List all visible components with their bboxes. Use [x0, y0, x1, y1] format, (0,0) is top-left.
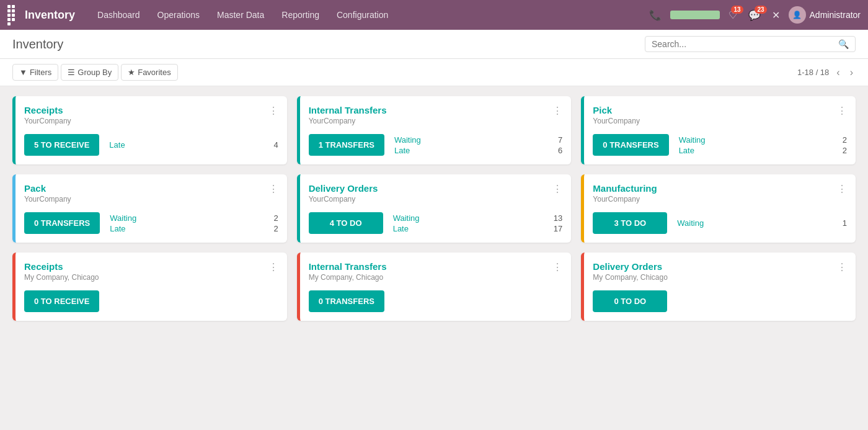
card-subtitle: YourCompany	[24, 195, 71, 204]
card-menu-icon[interactable]: ⋮	[268, 105, 278, 117]
progress-bar	[670, 11, 720, 19]
card-title-group: Receipts My Company, Chicago	[24, 261, 99, 282]
grid-icon[interactable]	[7, 5, 19, 25]
groupby-button[interactable]: ☰ Group By	[61, 64, 118, 81]
card-header: Internal Transfers YourCompany ⋮	[300, 96, 572, 129]
card-title: Receipts	[24, 261, 99, 272]
card-action-button[interactable]: 3 TO DO	[593, 212, 667, 234]
card-body: 0 TO RECEIVE	[16, 285, 287, 321]
card-menu-icon[interactable]: ⋮	[552, 261, 562, 273]
stat-value: 2	[273, 224, 278, 233]
groupby-label: Group By	[78, 68, 112, 77]
card-title: Internal Transfers	[309, 261, 387, 272]
kanban-card-pack-yourcompany: Pack YourCompany ⋮ 0 TRANSFERS Waiting 2…	[12, 174, 287, 243]
filters-label: Filters	[30, 68, 51, 77]
card-stats: Waiting 7 Late 6	[394, 135, 562, 155]
card-menu-icon[interactable]: ⋮	[268, 261, 278, 273]
stat-label: Late	[393, 224, 409, 233]
menu-master-data[interactable]: Master Data	[210, 6, 272, 24]
card-stats: Late 4	[109, 140, 278, 150]
card-title: Delivery Orders	[593, 261, 668, 272]
card-header: Receipts YourCompany ⋮	[16, 96, 287, 129]
card-title: Internal Transfers	[309, 105, 387, 115]
card-body: 4 TO DO Waiting 13 Late 17	[300, 207, 572, 243]
toolbar-filters: ▼ Filters ☰ Group By ★ Favorites	[12, 64, 178, 81]
groupby-icon: ☰	[68, 68, 75, 77]
card-body: 0 TRANSFERS Waiting 2 Late 2	[584, 129, 856, 164]
activity-badge-btn[interactable]: 💬 23	[746, 9, 763, 21]
card-title: Delivery Orders	[309, 183, 378, 194]
stat-label: Waiting	[393, 213, 420, 223]
card-title-group: Manufacturing YourCompany	[593, 183, 657, 204]
card-action-button[interactable]: 4 TO DO	[309, 212, 383, 234]
card-title-group: Pick YourCompany	[593, 105, 640, 125]
card-title-group: Delivery Orders YourCompany	[309, 183, 378, 204]
card-stats: Waiting 13 Late 17	[393, 213, 563, 233]
card-title-group: Internal Transfers YourCompany	[309, 105, 387, 125]
close-icon[interactable]: ✕	[769, 7, 782, 24]
chat-badge: 13	[731, 6, 743, 14]
top-navigation: Inventory Dashboard Operations Master Da…	[0, 0, 868, 30]
card-menu-icon[interactable]: ⋮	[837, 183, 847, 195]
favorites-button[interactable]: ★ Favorites	[121, 64, 177, 81]
stat-row: Waiting 2	[110, 213, 278, 223]
stat-row: Late 4	[109, 140, 278, 150]
card-stats: Waiting 1	[677, 218, 847, 228]
card-subtitle: YourCompany	[309, 117, 387, 125]
favorites-label: Favorites	[138, 68, 170, 77]
stat-value: 2	[273, 213, 278, 223]
card-header: Receipts My Company, Chicago ⋮	[16, 253, 287, 285]
chat-badge-btn[interactable]: ♡ 13	[726, 9, 740, 21]
card-header: Manufacturing YourCompany ⋮	[584, 174, 856, 207]
card-action-button[interactable]: 0 TO DO	[593, 290, 667, 312]
card-title: Pick	[593, 105, 640, 115]
card-title: Manufacturing	[593, 183, 657, 194]
menu-configuration[interactable]: Configuration	[329, 6, 396, 24]
next-page-button[interactable]: ›	[848, 66, 856, 79]
kanban-card-manufacturing-yourcompany: Manufacturing YourCompany ⋮ 3 TO DO Wait…	[581, 174, 856, 243]
activity-badge: 23	[755, 6, 766, 14]
card-menu-icon[interactable]: ⋮	[552, 183, 562, 195]
stat-label: Waiting	[677, 218, 704, 228]
prev-page-button[interactable]: ‹	[834, 66, 842, 79]
search-input[interactable]	[652, 39, 838, 49]
kanban-card-receipts-yourcompany: Receipts YourCompany ⋮ 5 TO RECEIVE Late…	[12, 96, 287, 164]
user-menu[interactable]: 👤 Administrator	[789, 6, 861, 24]
menu-reporting[interactable]: Reporting	[274, 6, 327, 24]
card-stats: Waiting 2 Late 2	[679, 135, 847, 155]
card-subtitle: YourCompany	[24, 117, 71, 125]
card-action-button[interactable]: 0 TRANSFERS	[24, 212, 100, 234]
menu-dashboard[interactable]: Dashboard	[90, 6, 148, 24]
menu-operations[interactable]: Operations	[150, 6, 207, 24]
filters-button[interactable]: ▼ Filters	[12, 64, 58, 81]
card-menu-icon[interactable]: ⋮	[552, 105, 562, 117]
stat-value: 6	[558, 146, 562, 155]
stat-value: 2	[843, 146, 847, 155]
stat-label: Late	[679, 146, 694, 155]
stat-label: Waiting	[110, 213, 136, 223]
top-menu: Dashboard Operations Master Data Reporti…	[90, 6, 647, 24]
search-icon[interactable]: 🔍	[838, 39, 849, 49]
card-title-group: Pack YourCompany	[24, 183, 71, 204]
card-menu-icon[interactable]: ⋮	[837, 105, 847, 117]
card-action-button[interactable]: 5 TO RECEIVE	[24, 134, 99, 156]
kanban-card-internal-transfers-chicago: Internal Transfers My Company, Chicago ⋮…	[297, 253, 572, 321]
card-menu-icon[interactable]: ⋮	[268, 183, 278, 195]
main-content: Receipts YourCompany ⋮ 5 TO RECEIVE Late…	[0, 86, 868, 331]
card-subtitle: YourCompany	[593, 117, 640, 125]
card-action-button[interactable]: 1 TRANSFERS	[309, 134, 384, 156]
kanban-card-internal-transfers-yourcompany: Internal Transfers YourCompany ⋮ 1 TRANS…	[297, 96, 572, 164]
card-body: 0 TO DO	[584, 285, 856, 321]
card-subtitle: My Company, Chicago	[593, 273, 668, 282]
card-title-group: Delivery Orders My Company, Chicago	[593, 261, 668, 282]
stat-value: 1	[843, 218, 847, 228]
card-action-button[interactable]: 0 TO RECEIVE	[24, 290, 99, 312]
phone-icon[interactable]: 📞	[647, 7, 664, 24]
card-action-button[interactable]: 0 TRANSFERS	[309, 290, 384, 312]
card-action-button[interactable]: 0 TRANSFERS	[593, 134, 668, 156]
card-title: Pack	[24, 183, 71, 194]
card-menu-icon[interactable]: ⋮	[837, 261, 847, 273]
card-subtitle: YourCompany	[309, 195, 378, 204]
card-body: 5 TO RECEIVE Late 4	[16, 129, 287, 164]
stat-row: Late 17	[393, 224, 563, 233]
